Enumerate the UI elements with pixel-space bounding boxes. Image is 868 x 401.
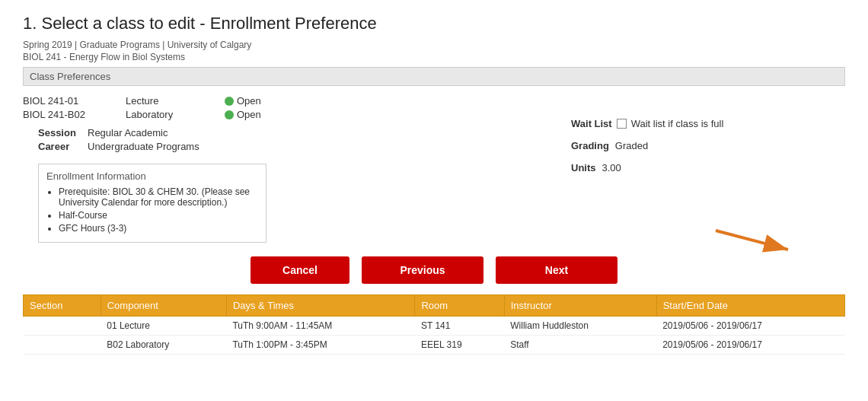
class-status-1: Open: [225, 95, 261, 107]
class-row-2: BIOL 241-B02 Laboratory Open: [23, 109, 404, 120]
wait-list-text: Wait list if class is full: [631, 118, 724, 129]
cell-room-1: ST 141: [415, 317, 504, 336]
cell-start-end-2: 2019/05/06 - 2019/06/17: [656, 336, 844, 355]
wait-list-row: Wait List Wait list if class is full: [571, 118, 845, 129]
green-dot-icon-1: [225, 97, 234, 106]
enrollment-item-1: Prerequisite: BIOL 30 & CHEM 30. (Please…: [59, 186, 258, 208]
cell-section-1: [24, 317, 101, 336]
cell-room-2: EEEL 319: [415, 336, 504, 355]
class-row-1: BIOL 241-01 Lecture Open: [23, 95, 404, 107]
buttons-row: Cancel Previous Next: [23, 256, 845, 284]
enrollment-box-title: Enrollment Information: [46, 170, 258, 182]
svg-line-1: [716, 231, 788, 250]
career-row: Career Undergraduate Programs: [23, 141, 404, 152]
table-row: B02 Laboratory TuTh 1:00PM - 3:45PM EEEL…: [24, 336, 845, 355]
cell-start-end-1: 2019/05/06 - 2019/06/17: [656, 317, 844, 336]
green-dot-icon-2: [225, 110, 234, 119]
units-label: Units: [571, 162, 596, 173]
subtitle: Spring 2019 | Graduate Programs | Univer…: [23, 40, 845, 50]
class-code-2: BIOL 241-B02: [23, 109, 95, 120]
grading-row: Grading Graded: [571, 140, 845, 151]
class-table: Section Component Days & Times Room Inst…: [23, 294, 845, 355]
session-value: Regular Academic: [88, 127, 168, 138]
cancel-button[interactable]: Cancel: [251, 256, 349, 284]
col-section: Section: [24, 295, 101, 317]
cell-days-2: TuTh 1:00PM - 3:45PM: [226, 336, 415, 355]
class-code-1: BIOL 241-01: [23, 95, 95, 107]
session-row: Session Regular Academic: [23, 127, 404, 138]
col-days-times: Days & Times: [226, 295, 415, 317]
wait-list-label: Wait List: [571, 118, 612, 129]
col-start-end: Start/End Date: [656, 295, 844, 317]
cell-days-1: TuTh 9:00AM - 11:45AM: [226, 317, 415, 336]
col-room: Room: [415, 295, 504, 317]
career-label: Career: [38, 141, 88, 152]
wait-list-checkbox[interactable]: [617, 119, 627, 129]
table-header-row: Section Component Days & Times Room Inst…: [24, 295, 845, 317]
enrollment-list: Prerequisite: BIOL 30 & CHEM 30. (Please…: [46, 186, 258, 234]
class-status-2: Open: [225, 109, 261, 120]
class-preferences-header: Class Preferences: [23, 67, 845, 86]
col-instructor: Instructor: [504, 295, 656, 317]
arrow-indicator: [708, 223, 799, 253]
enrollment-item-3: GFC Hours (3-3): [59, 223, 258, 234]
units-value: 3.00: [602, 162, 621, 173]
enrollment-item-2: Half-Course: [59, 210, 258, 221]
career-value: Undergraduate Programs: [88, 141, 199, 152]
previous-button[interactable]: Previous: [362, 256, 483, 284]
class-type-1: Lecture: [126, 95, 194, 107]
enrollment-info-box: Enrollment Information Prerequisite: BIO…: [38, 164, 266, 243]
table-row: 01 Lecture TuTh 9:00AM - 11:45AM ST 141 …: [24, 317, 845, 336]
col-component: Component: [101, 295, 226, 317]
grading-value: Graded: [615, 140, 648, 151]
cell-instructor-1: William Huddleston: [504, 317, 656, 336]
grading-label: Grading: [571, 140, 609, 151]
class-type-2: Laboratory: [126, 109, 194, 120]
page-title: 1. Select a class to edit - Enrollment P…: [23, 14, 845, 33]
cell-instructor-2: Staff: [504, 336, 656, 355]
cell-component-1: 01 Lecture: [101, 317, 226, 336]
cell-section-2: [24, 336, 101, 355]
cell-component-2: B02 Laboratory: [101, 336, 226, 355]
next-button[interactable]: Next: [496, 256, 617, 284]
course-title: BIOL 241 - Energy Flow in Biol Systems: [23, 52, 845, 62]
session-label: Session: [38, 127, 88, 138]
units-row: Units 3.00: [571, 162, 845, 173]
